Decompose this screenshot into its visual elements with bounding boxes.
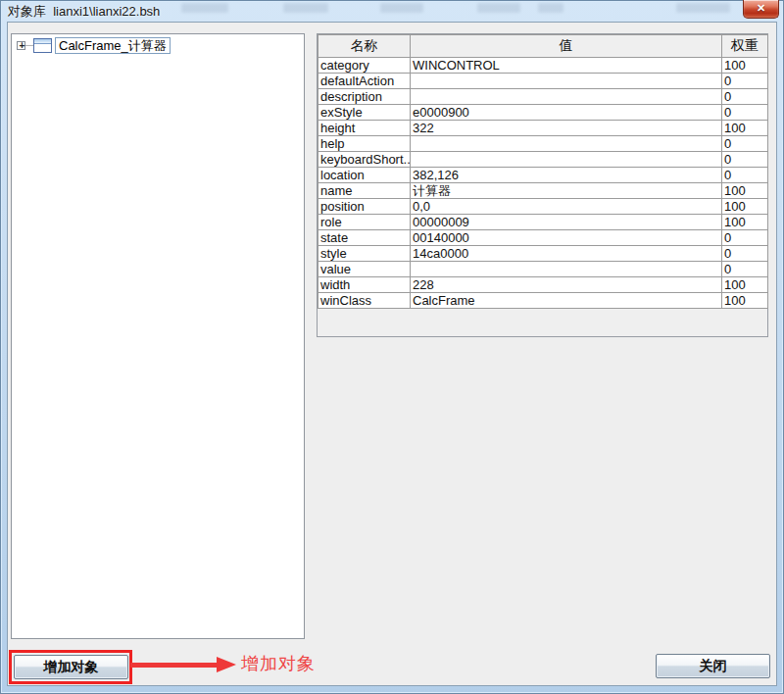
window-object-icon [33,38,52,53]
table-row[interactable]: width 228 100 [318,277,768,293]
property-name-cell[interactable]: name [318,183,411,199]
property-value-cell[interactable]: 计算器 [411,183,722,199]
titlebar-ghost-artifact [283,3,328,13]
annotation-arrow-line [130,663,217,668]
property-name-cell[interactable]: exStyle [318,105,411,121]
property-weight-cell[interactable]: 0 [722,168,768,183]
plus-glyph: + [18,41,26,50]
property-name-cell[interactable]: value [318,262,411,277]
property-name-cell[interactable]: location [318,168,411,183]
property-weight-cell[interactable]: 0 [722,74,768,89]
property-weight-cell[interactable]: 0 [722,246,768,262]
annotation-label: 增加对象 [241,652,316,676]
property-weight-cell[interactable]: 100 [722,277,768,293]
close-icon: ✕ [757,2,765,14]
property-name-cell[interactable]: height [318,121,411,136]
property-name-cell[interactable]: category [318,58,411,74]
property-weight-cell[interactable]: 0 [722,230,768,246]
property-value-cell[interactable]: 0,0 [411,199,722,215]
annotation-arrow-icon [217,657,236,672]
property-value-cell[interactable]: 228 [411,277,722,293]
tree-item-calcframe[interactable]: + CalcFrame_计算器 [17,37,171,54]
tree-connector-line [25,45,33,46]
table-row[interactable]: help 0 [318,136,768,152]
property-weight-cell[interactable]: 100 [722,183,768,199]
titlebar-ghost-artifact [181,3,228,13]
table-row[interactable]: category WINCONTROL 100 [318,58,768,74]
property-name-cell[interactable]: width [318,277,411,293]
table-row[interactable]: exStyle e0000900 0 [318,105,768,121]
titlebar-ghost-artifact [477,3,520,13]
property-value-cell[interactable]: 00140000 [411,230,722,246]
object-tree-panel: + CalcFrame_计算器 [11,33,305,639]
property-name-cell[interactable]: position [318,199,411,215]
table-row[interactable]: height 322 100 [318,121,768,136]
add-object-button[interactable]: 增加对象 [14,655,128,679]
titlebar-ghost-artifact [380,3,423,13]
titlebar-ghost-artifact [538,3,564,13]
property-value-cell[interactable] [411,262,722,277]
property-name-cell[interactable]: description [318,89,411,105]
table-row[interactable]: defaultAction 0 [318,74,768,89]
property-name-cell[interactable]: state [318,230,411,246]
header-value[interactable]: 值 [411,35,722,58]
table-row[interactable]: name 计算器 100 [318,183,768,199]
table-row[interactable]: style 14ca0000 0 [318,246,768,262]
table-row[interactable]: location 382,126 0 [318,168,768,183]
property-value-cell[interactable]: CalcFrame [411,293,722,309]
property-value-cell[interactable]: 14ca0000 [411,246,722,262]
property-value-cell[interactable]: 00000009 [411,215,722,230]
dialog-content: + CalcFrame_计算器 名称 值 权重 categor [7,22,777,686]
property-value-cell[interactable] [411,136,722,152]
dialog-window: 对象库 lianxi1\lianxi22.bsh ✕ + CalcFrame_计… [0,0,784,694]
property-name-cell[interactable]: keyboardShort... [318,152,411,168]
property-value-cell[interactable] [411,89,722,105]
property-value-cell[interactable]: 382,126 [411,168,722,183]
property-value-cell[interactable] [411,74,722,89]
table-row[interactable]: description 0 [318,89,768,105]
close-dialog-button[interactable]: 关闭 [656,654,770,678]
property-name-cell[interactable]: role [318,215,411,230]
table-row[interactable]: keyboardShort... 0 [318,152,768,168]
window-object-icon-titlebar [34,39,51,44]
table-row[interactable]: role 00000009 100 [318,215,768,230]
property-weight-cell[interactable]: 100 [722,199,768,215]
table-row[interactable]: state 00140000 0 [318,230,768,246]
property-weight-cell[interactable]: 0 [722,262,768,277]
header-weight[interactable]: 权重 [722,35,768,58]
property-weight-cell[interactable]: 100 [722,293,768,309]
table-row[interactable]: winClass CalcFrame 100 [318,293,768,309]
property-weight-cell[interactable]: 0 [722,89,768,105]
property-name-cell[interactable]: winClass [318,293,411,309]
table-header-row: 名称 值 权重 [318,35,768,58]
table-row[interactable]: value 0 [318,262,768,277]
property-value-cell[interactable]: 322 [411,121,722,136]
tree-item-label[interactable]: CalcFrame_计算器 [55,37,171,54]
property-table-panel: 名称 值 权重 category WINCONTROL 100 defaultA… [317,33,768,337]
property-value-cell[interactable] [411,152,722,168]
header-name[interactable]: 名称 [318,35,411,58]
titlebar[interactable]: 对象库 lianxi1\lianxi22.bsh ✕ [0,0,784,22]
property-value-cell[interactable]: e0000900 [411,105,722,121]
window-title: 对象库 lianxi1\lianxi22.bsh [8,3,160,21]
property-weight-cell[interactable]: 100 [722,121,768,136]
property-weight-cell[interactable]: 0 [722,136,768,152]
expand-icon[interactable]: + [17,41,25,50]
property-weight-cell[interactable]: 0 [722,152,768,168]
window-close-button[interactable]: ✕ [743,0,779,19]
property-weight-cell[interactable]: 100 [722,215,768,230]
property-table: 名称 值 权重 category WINCONTROL 100 defaultA… [318,34,768,309]
property-name-cell[interactable]: help [318,136,411,152]
titlebar-ghost-artifact [676,3,730,13]
property-table-body: category WINCONTROL 100 defaultAction 0 … [318,58,768,309]
property-name-cell[interactable]: defaultAction [318,74,411,89]
property-weight-cell[interactable]: 0 [722,105,768,121]
table-row[interactable]: position 0,0 100 [318,199,768,215]
property-weight-cell[interactable]: 100 [722,58,768,74]
property-name-cell[interactable]: style [318,246,411,262]
property-value-cell[interactable]: WINCONTROL [411,58,722,74]
